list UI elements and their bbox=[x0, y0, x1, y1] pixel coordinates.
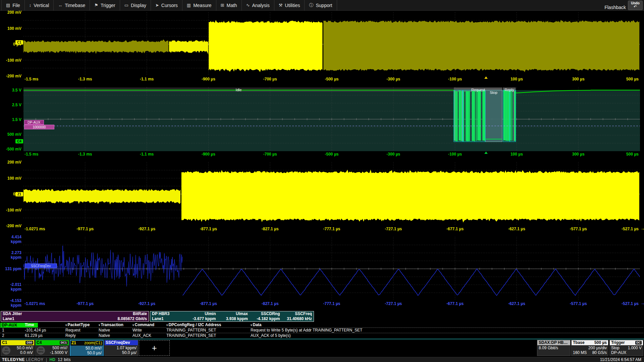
decode-col-header-data[interactable]: ▾Data bbox=[251, 322, 262, 328]
z1-plot bbox=[23, 162, 640, 226]
measure-col-value: 31.40680 kHz bbox=[282, 316, 314, 321]
menu-item-label: Measure bbox=[193, 3, 211, 8]
z1-grid[interactable] bbox=[23, 162, 640, 226]
trigger-mode: Stop bbox=[611, 346, 620, 350]
measure-col-value: 3.938 kppm bbox=[218, 316, 250, 321]
measure-col-value: -4.182 kppm bbox=[250, 316, 282, 321]
menu-item-label: Cursors bbox=[161, 3, 178, 8]
trace-descriptor-z1[interactable]: Z1zoom(C1)50.0 mV/50.0 µs/ bbox=[70, 340, 104, 356]
menu-item-cursors[interactable]: ➤Cursors bbox=[151, 0, 182, 11]
menu-item-support[interactable]: ⓘSupport bbox=[305, 0, 337, 11]
decode-header-row: DP-AUXTime▾PacketType▾Transaction▾Comman… bbox=[0, 322, 643, 328]
decode-cell: 61.229 µs bbox=[25, 333, 43, 338]
c4-grid[interactable]: IdleRequestStopReplyDP-AUX1000000 bbox=[23, 87, 640, 151]
decode-col-header-packettype[interactable]: ▾PacketType bbox=[65, 322, 90, 328]
c4-x-tick-label: 100 µs bbox=[511, 152, 523, 157]
hd-mode-badge: HD bbox=[50, 357, 57, 362]
z1-x-tick-label: -627.1 µs bbox=[508, 227, 525, 231]
c4-x-tick-label: -300 µs bbox=[386, 152, 400, 157]
protocol-decode-table[interactable]: DP-AUXTime▾PacketType▾Transaction▾Comman… bbox=[0, 322, 643, 339]
trace-descriptor-c4[interactable]: C4DC1500MHz500 mV/-1.5000 V bbox=[35, 340, 69, 356]
c1-grid[interactable] bbox=[23, 12, 640, 76]
c1-x-tick-label: -300 µs bbox=[386, 77, 400, 81]
measure-value-row: Lane1 -3.677 kppm3.938 kppm-4.182 kppm31… bbox=[150, 316, 314, 321]
decode-row[interactable]: 261.229 µsReplyNativeAUX_ACKTRAINING_PAT… bbox=[0, 333, 643, 339]
c1-channel-marker[interactable]: C1 bbox=[15, 40, 23, 45]
oscilloscope-screen: ▤File↕Vertical↔Timebase⚑Trigger▭Display➤… bbox=[0, 0, 644, 362]
decode-col-header-time[interactable]: Time bbox=[25, 322, 34, 327]
sscfreqdev-trigger-offscreen-arrow-icon: → bbox=[640, 301, 644, 306]
c1-x-tick-label: -1.3 ms bbox=[78, 77, 92, 81]
decode-chip-1000000[interactable]: 1000000 bbox=[24, 125, 54, 129]
sscfreqdev-y-tick-label: 4.414 kppm bbox=[0, 235, 21, 244]
z1-x-tick-label: -877.1 µs bbox=[200, 227, 217, 231]
undo-button[interactable]: Undo ↶ bbox=[628, 1, 643, 10]
c4-x-tick-label: 500 µs bbox=[626, 152, 639, 157]
z1-y-tick-label: 200 mV bbox=[0, 160, 21, 165]
menu-item-display[interactable]: ▭Display bbox=[120, 0, 151, 11]
z1-channel-marker[interactable]: Z1 bbox=[15, 192, 23, 196]
descriptor-scale: 1.07 kppm/ bbox=[106, 346, 137, 350]
decode-cell: TRAINING_PATTERN_SET bbox=[166, 333, 216, 338]
decode-row-index: 1 bbox=[2, 328, 4, 333]
decode-row-index: 2 bbox=[2, 333, 4, 338]
sda-analysis-box[interactable]: SDAX:DP HB… 8.09 Gbit/s bbox=[537, 340, 571, 356]
decode-cell: -101.424 µs bbox=[25, 328, 46, 333]
trigger-box[interactable]: Trigger DC Stop 1.000 V DP-AUX bbox=[609, 340, 643, 356]
decode-col-header-dpconfigreg-i2c-address[interactable]: ▾DPConfigReg / I2C Address bbox=[166, 322, 221, 328]
c1-y-tick-label: 200 mV bbox=[0, 10, 21, 15]
timebase-icon: ↔ bbox=[58, 3, 62, 8]
trace-descriptor-sscfreqdev[interactable]: SSCFreqDev1.07 kppm/50.0 µs/ bbox=[104, 340, 138, 356]
decode-col-header-command[interactable]: ▾Command bbox=[132, 322, 154, 328]
measure-table-dp-hbr3[interactable]: DP HBR3 UlminUlmaxSSCDRngSSCFreq Lane1 -… bbox=[150, 311, 314, 322]
decode-col-header-label: DPConfigReg / I2C Address bbox=[169, 322, 221, 327]
descriptor-offset: 50.0 µs/ bbox=[106, 350, 137, 355]
menu-item-vertical[interactable]: ↕Vertical bbox=[25, 0, 54, 11]
math-icon: ⊞ bbox=[221, 3, 224, 8]
decode-cell: AUX_ACK of 5 byte(s) bbox=[251, 333, 290, 338]
c1-x-tick-label: 100 µs bbox=[511, 77, 523, 81]
sscfreqdev-plot bbox=[23, 237, 640, 301]
decode-chip-sscfreqdev[interactable]: SSCFreqDev bbox=[25, 263, 57, 268]
resolution-label: 12 bits bbox=[58, 357, 71, 362]
sscfreqdev-x-tick-label: -877.1 µs bbox=[200, 301, 217, 306]
menu-item-measure[interactable]: ▥Measure bbox=[182, 0, 216, 11]
decode-row[interactable]: 1-101.424 µsRequestNativeWriteTRAINING_P… bbox=[0, 328, 643, 333]
decode-cell: Request bbox=[65, 328, 80, 333]
menu-item-trigger[interactable]: ⚑Trigger bbox=[90, 0, 120, 11]
c4-channel-marker[interactable]: C4 bbox=[15, 139, 23, 143]
menu-item-file[interactable]: ▤File bbox=[1, 0, 25, 11]
decode-col-header-transaction[interactable]: ▾Transaction bbox=[99, 322, 123, 328]
menu-item-timebase[interactable]: ↔Timebase bbox=[54, 0, 90, 11]
menu-item-analysis[interactable]: ∿Analysis bbox=[242, 0, 274, 11]
decode-cell: AUX_ACK bbox=[132, 333, 151, 338]
timebase-box[interactable]: Tbase 500 µs 200 µs/div 160 MS 80 GS/s bbox=[571, 340, 608, 356]
c4-x-tick-label: -100 µs bbox=[448, 152, 462, 157]
menu-item-utilities[interactable]: ⚒Utilities bbox=[274, 0, 305, 11]
measure-title: DP HBR3 bbox=[150, 311, 185, 316]
c1-x-tick-label: -900 µs bbox=[202, 77, 215, 81]
measure-table-sda-jitter[interactable]: SDA Jitter BitRate Lane1 8.085672 Gbit/s bbox=[1, 311, 149, 322]
c1-trigger-position-marker[interactable] bbox=[484, 76, 488, 79]
menu-item-label: File bbox=[12, 3, 20, 8]
sscfreqdev-y-tick-label: -4.153 kppm bbox=[0, 298, 21, 308]
vertical-icon: ↕ bbox=[29, 3, 32, 8]
status-bar: TELEDYNE LECROY | HD 12 bits 11/21/2024 … bbox=[0, 357, 644, 362]
z1-x-tick-label: -527.1 µs bbox=[622, 227, 639, 231]
decode-cell: Request to Write 5 Byte(s) at Addr TRAIN… bbox=[251, 328, 362, 333]
c1-x-tick-label: -1.1 ms bbox=[140, 77, 154, 81]
trigger-level: 1.000 V bbox=[628, 346, 642, 350]
z1-x-tick-label: -977.1 µs bbox=[76, 227, 94, 231]
decode-chip-dp-aux[interactable]: DP-AUX bbox=[24, 120, 44, 125]
trace-descriptor-c1[interactable]: C1D5033GHz50.0 mV/0.0 mV bbox=[1, 340, 35, 356]
add-trace-button[interactable]: + bbox=[139, 340, 170, 356]
sscfreqdev-grid[interactable]: SSCFreqDev bbox=[23, 237, 640, 301]
c4-y-tick-label: 500 mV bbox=[0, 132, 21, 137]
menu-item-math[interactable]: ⊞Math bbox=[216, 0, 242, 11]
measure-col-header: Ulmin bbox=[185, 311, 218, 316]
c1-x-tick-label: 300 µs bbox=[572, 77, 585, 81]
measure-col-header: SSCFreq bbox=[282, 311, 314, 316]
trigger-title: Trigger bbox=[611, 340, 625, 345]
c4-trigger-position-marker[interactable] bbox=[484, 152, 488, 154]
z1-y-tick-label: -200 mV bbox=[0, 224, 21, 228]
